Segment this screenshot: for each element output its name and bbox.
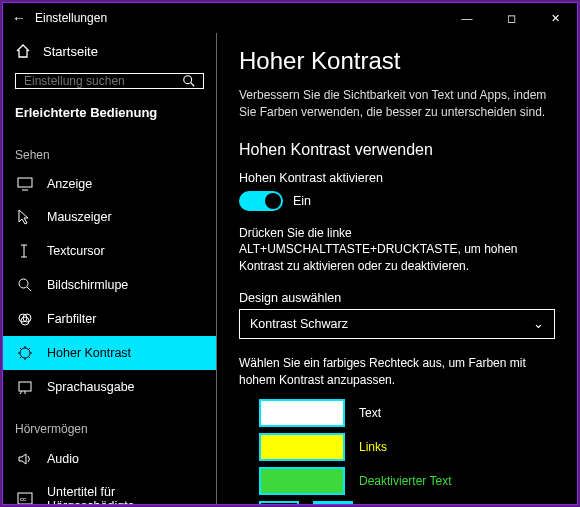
- svg-line-18: [29, 348, 31, 350]
- home-icon: [15, 43, 31, 59]
- sidebar-item-bildschirmlupe[interactable]: Bildschirmlupe: [3, 268, 216, 302]
- sidebar-item-label: Mauszeiger: [47, 210, 112, 224]
- sidebar-item-hoher-kontrast[interactable]: Hoher Kontrast: [3, 336, 216, 370]
- section-title: Hohen Kontrast verwenden: [239, 141, 555, 159]
- group-see: Sehen: [3, 130, 216, 168]
- svg-point-5: [19, 279, 28, 288]
- swatch-label-links: Links: [359, 440, 387, 454]
- close-button[interactable]: ✕: [533, 12, 577, 25]
- contrast-icon: [17, 345, 33, 361]
- svg-line-6: [27, 287, 31, 291]
- cursor-icon: [17, 209, 33, 225]
- swatch-selected-bg[interactable]: [313, 501, 353, 504]
- page-title: Hoher Kontrast: [239, 47, 555, 75]
- swatch-selected-fg[interactable]: [259, 501, 299, 504]
- sidebar-item-textcursor[interactable]: Textcursor: [3, 234, 216, 268]
- sidebar-item-label: Bildschirmlupe: [47, 278, 128, 292]
- sidebar-item-audio[interactable]: Audio: [3, 442, 216, 476]
- home-label: Startseite: [43, 44, 98, 59]
- sidebar-item-label: Untertitel für Hörgeschädigte: [47, 485, 202, 504]
- back-button[interactable]: ←: [3, 10, 35, 26]
- body: Startseite Erleichterte Bedienung Sehen …: [3, 33, 577, 504]
- search-input[interactable]: [16, 74, 182, 88]
- design-select[interactable]: Kontrast Schwarz ⌄: [239, 309, 555, 339]
- design-value: Kontrast Schwarz: [250, 317, 348, 331]
- sidebar-item-label: Farbfilter: [47, 312, 96, 326]
- magnifier-icon: [17, 277, 33, 293]
- audio-icon: [17, 451, 33, 467]
- textcursor-icon: [17, 243, 33, 259]
- swatch-links[interactable]: [259, 433, 345, 461]
- sidebar-item-label: Anzeige: [47, 177, 92, 191]
- chevron-down-icon: ⌄: [533, 316, 544, 331]
- narrator-icon: [17, 379, 33, 395]
- minimize-button[interactable]: —: [445, 12, 489, 24]
- category-label: Erleichterte Bedienung: [3, 101, 216, 130]
- titlebar: ← Einstellungen — ◻ ✕: [3, 3, 577, 33]
- settings-window: ← Einstellungen — ◻ ✕ Startseite Erleich…: [2, 2, 578, 505]
- search-box[interactable]: [15, 73, 204, 89]
- svg-line-16: [29, 357, 31, 359]
- swatch-text[interactable]: [259, 399, 345, 427]
- content: Hoher Kontrast Verbessern Sie die Sichtb…: [217, 33, 577, 504]
- design-label: Design auswählen: [239, 291, 555, 305]
- page-description: Verbessern Sie die Sichtbarkeit von Text…: [239, 87, 555, 121]
- sidebar-item-sprachausgabe[interactable]: Sprachausgabe: [3, 370, 216, 404]
- swatch-label-disabled: Deaktivierter Text: [359, 474, 451, 488]
- group-hear: Hörvermögen: [3, 404, 216, 442]
- shortcut-hint: Drücken Sie die linke ALT+UMSCHALTTASTE+…: [239, 225, 555, 275]
- sidebar-item-label: Audio: [47, 452, 79, 466]
- svg-rect-2: [18, 178, 32, 187]
- sidebar-item-untertitel[interactable]: cc Untertitel für Hörgeschädigte: [3, 476, 216, 504]
- sidebar-item-label: Sprachausgabe: [47, 380, 135, 394]
- colorfilter-icon: [17, 311, 33, 327]
- toggle-state: Ein: [293, 194, 311, 208]
- svg-point-0: [184, 76, 192, 84]
- search-icon: [182, 74, 203, 88]
- sidebar-item-anzeige[interactable]: Anzeige: [3, 168, 216, 200]
- sidebar-item-mauszeiger[interactable]: Mauszeiger: [3, 200, 216, 234]
- window-title: Einstellungen: [35, 11, 445, 25]
- svg-line-1: [191, 83, 195, 87]
- sidebar-item-farbfilter[interactable]: Farbfilter: [3, 302, 216, 336]
- swatch-label-text: Text: [359, 406, 381, 420]
- cc-icon: cc: [17, 492, 33, 504]
- display-icon: [17, 177, 33, 191]
- toggle-label: Hohen Kontrast aktivieren: [239, 171, 555, 185]
- swatch-hint: Wählen Sie ein farbiges Rechteck aus, um…: [239, 355, 555, 389]
- svg-rect-19: [19, 382, 31, 391]
- maximize-button[interactable]: ◻: [489, 12, 533, 25]
- sidebar-item-label: Textcursor: [47, 244, 105, 258]
- swatch-disabled[interactable]: [259, 467, 345, 495]
- home-button[interactable]: Startseite: [3, 33, 216, 69]
- sidebar: Startseite Erleichterte Bedienung Sehen …: [3, 33, 217, 504]
- svg-text:cc: cc: [20, 496, 26, 502]
- svg-line-15: [20, 348, 22, 350]
- high-contrast-toggle[interactable]: [239, 191, 283, 211]
- sidebar-item-label: Hoher Kontrast: [47, 346, 131, 360]
- svg-line-17: [20, 357, 22, 359]
